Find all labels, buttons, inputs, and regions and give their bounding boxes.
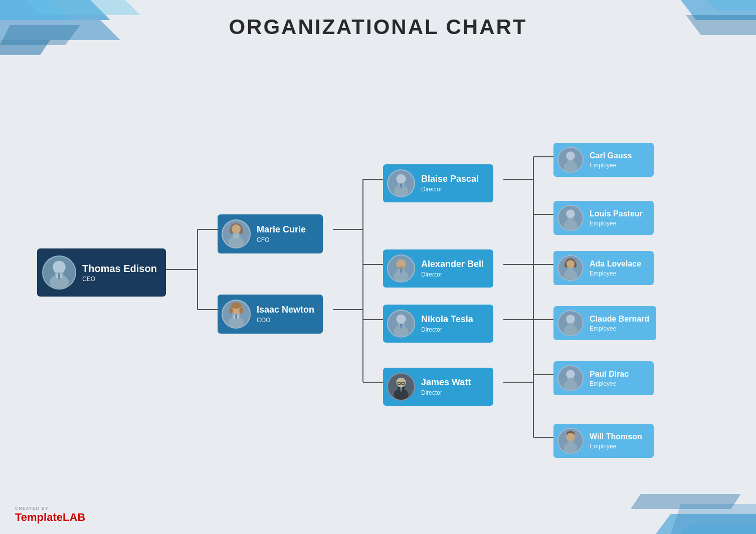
marie-curie-role: CFO — [257, 236, 306, 243]
svg-point-60 — [396, 174, 406, 184]
will-thomson-name: Will Thomson — [590, 432, 642, 441]
james-watt-role: Director — [421, 389, 471, 396]
will-thomson-role: Employee — [590, 443, 642, 450]
svg-marker-9 — [656, 514, 756, 534]
paul-dirac-role: Employee — [590, 380, 629, 387]
louis-pasteur-node: Louis Pasteur Employee — [553, 201, 654, 235]
nikola-tesla-node: Nikola Tesla Director — [383, 305, 493, 343]
svg-rect-82 — [568, 160, 574, 165]
svg-point-83 — [566, 209, 575, 218]
ceo-node: Thomas Edison CEO — [37, 248, 166, 297]
svg-point-67 — [398, 266, 404, 269]
svg-point-59 — [239, 308, 243, 314]
svg-rect-40 — [56, 274, 58, 278]
main-layout: Thomas Edison CEO — [0, 50, 756, 499]
isaac-newton-name: Isaac Newton — [257, 305, 314, 316]
isaac-newton-role: COO — [257, 317, 314, 324]
svg-point-57 — [231, 303, 241, 309]
svg-point-47 — [232, 224, 241, 233]
james-watt-name: James Watt — [421, 377, 471, 388]
svg-point-101 — [566, 433, 575, 441]
carl-gauss-name: Carl Gauss — [590, 151, 632, 160]
svg-rect-55 — [237, 315, 239, 319]
nikola-tesla-name: Nikola Tesla — [421, 314, 473, 325]
watermark-brand-bold: LAB — [63, 511, 85, 523]
watermark-brand-normal: Template — [15, 511, 63, 523]
ceo-name: Thomas Edison — [82, 262, 157, 275]
watermark-brand: TemplateLAB — [15, 511, 85, 524]
marie-curie-name: Marie Curie — [257, 224, 306, 235]
carl-gauss-node: Carl Gauss Employee — [553, 143, 654, 177]
ada-lovelace-role: Employee — [590, 270, 641, 277]
claude-bernard-node: Claude Bernard Employee — [553, 306, 656, 340]
alexander-bell-node: Alexander Bell Director — [383, 249, 493, 288]
svg-rect-103 — [568, 441, 574, 446]
svg-rect-92 — [568, 268, 574, 273]
ada-lovelace-node: Ada Lovelace Employee — [553, 251, 654, 285]
marie-curie-node: Marie Curie CFO — [218, 214, 323, 253]
carl-gauss-role: Employee — [590, 162, 632, 169]
svg-rect-54 — [234, 315, 236, 319]
svg-rect-50 — [234, 234, 239, 238]
svg-point-37 — [53, 261, 66, 274]
louis-pasteur-role: Employee — [590, 220, 643, 227]
svg-rect-95 — [568, 323, 574, 328]
svg-point-58 — [230, 308, 233, 314]
will-thomson-node: Will Thomson Employee — [553, 424, 654, 458]
claude-bernard-role: Employee — [590, 325, 649, 332]
paul-dirac-name: Paul Dirac — [590, 369, 629, 379]
paul-dirac-node: Paul Dirac Employee — [553, 361, 654, 395]
svg-point-93 — [566, 315, 575, 324]
svg-point-69 — [396, 315, 406, 324]
svg-rect-85 — [568, 218, 574, 223]
svg-point-80 — [566, 151, 575, 160]
svg-marker-10 — [681, 524, 756, 534]
louis-pasteur-name: Louis Pasteur — [590, 209, 643, 218]
blaise-pascal-node: Blaise Pascal Director — [383, 164, 493, 202]
alexander-bell-role: Director — [421, 271, 484, 278]
svg-marker-12 — [671, 504, 756, 534]
svg-point-96 — [566, 370, 575, 379]
svg-rect-98 — [568, 378, 574, 383]
alexander-bell-name: Alexander Bell — [421, 259, 484, 270]
svg-point-90 — [566, 260, 575, 268]
page-title: ORGANIZATIONAL CHART — [0, 0, 756, 39]
isaac-newton-node: Isaac Newton COO — [218, 295, 323, 334]
james-watt-node: James Watt Director — [383, 368, 493, 406]
ada-lovelace-name: Ada Lovelace — [590, 259, 641, 269]
svg-rect-41 — [60, 274, 62, 278]
claude-bernard-name: Claude Bernard — [590, 314, 649, 324]
blaise-pascal-role: Director — [421, 186, 479, 193]
ceo-role: CEO — [82, 276, 157, 283]
blaise-pascal-name: Blaise Pascal — [421, 174, 479, 185]
watermark-created-by: CREATED BY — [15, 506, 49, 511]
watermark: CREATED BY TemplateLAB — [15, 506, 85, 524]
nikola-tesla-role: Director — [421, 326, 473, 333]
